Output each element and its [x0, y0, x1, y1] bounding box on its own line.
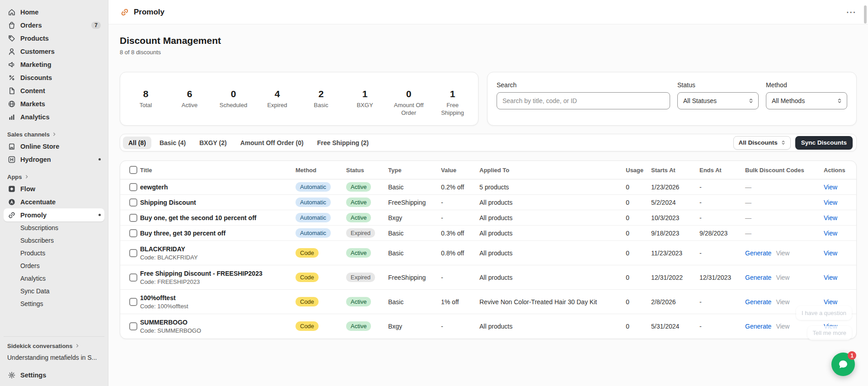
tab-amount-off-order[interactable]: Amount Off Order (0) [235, 137, 309, 149]
home-icon [7, 8, 16, 17]
sidebar-item-flow[interactable]: Flow [4, 182, 104, 195]
row-checkbox[interactable] [129, 229, 137, 237]
applied-to-cell: All products [479, 241, 626, 265]
column-header-type[interactable]: Type [388, 161, 441, 179]
scrollbar-thumb[interactable] [864, 5, 867, 24]
ends-at-cell: - [699, 179, 745, 195]
tabs-bar: All (8) Basic (4) BXGY (2) Amount Off Or… [120, 134, 857, 151]
tab-free-shipping[interactable]: Free Shipping (2) [312, 137, 374, 149]
chat-launcher-button[interactable]: 1 [831, 353, 855, 376]
chat-suggestion-question[interactable]: I have a question [796, 306, 852, 320]
more-menu-button[interactable]: ⋯ [846, 7, 856, 17]
type-cell: Basic [388, 241, 441, 265]
sidebar-item-content[interactable]: Content [4, 84, 104, 97]
nav-label: Online Store [20, 143, 59, 150]
generate-codes-link[interactable]: Generate [745, 274, 771, 281]
view-discount-link[interactable]: View [824, 230, 837, 237]
row-checkbox[interactable] [129, 273, 137, 282]
generate-codes-link[interactable]: Generate [745, 298, 771, 306]
select-all-checkbox[interactable] [129, 166, 137, 174]
marketing-icon [7, 60, 16, 69]
tab-all[interactable]: All (8) [123, 137, 151, 149]
sidebar-subitem-sync-data[interactable]: Sync Data [4, 285, 104, 297]
row-checkbox[interactable] [129, 249, 137, 257]
view-discount-link[interactable]: View [824, 298, 837, 306]
view-discount-link[interactable]: View [824, 214, 837, 221]
sidebar-footer: Settings [4, 364, 104, 381]
search-input[interactable] [497, 92, 670, 109]
sidebar-item-hydrogen[interactable]: Hydrogen [4, 153, 104, 166]
products-icon [7, 34, 16, 43]
sync-discounts-button[interactable]: Sync Discounts [795, 136, 853, 150]
sidebar-item-accentuate[interactable]: Accentuate [4, 195, 104, 208]
column-header-status[interactable]: Status [346, 161, 388, 179]
sales-channels-header[interactable]: Sales channels [4, 129, 104, 140]
column-header-applied-to[interactable]: Applied To [479, 161, 626, 179]
view-discount-link[interactable]: View [824, 184, 837, 191]
sidekick-conversation-item[interactable]: Understanding metafields in S... [4, 351, 104, 364]
sidebar-item-markets[interactable]: Markets [4, 97, 104, 110]
column-header-starts-at[interactable]: Starts At [651, 161, 699, 179]
sidebar-item-orders[interactable]: Orders 7 [4, 19, 104, 32]
method-badge: Automatic [296, 228, 331, 238]
view-discount-link[interactable]: View [824, 199, 837, 206]
sidebar-item-marketing[interactable]: Marketing [4, 58, 104, 71]
view-codes-link[interactable]: View [776, 298, 789, 306]
row-checkbox[interactable] [129, 298, 137, 306]
sidekick-conversations-header[interactable]: Sidekick conversations [4, 340, 104, 351]
discount-scope-dropdown[interactable]: All Discounts [733, 136, 790, 150]
view-codes-link[interactable]: View [776, 274, 789, 281]
row-checkbox[interactable] [129, 183, 137, 191]
view-codes-link[interactable]: View [776, 323, 789, 330]
bulk-codes-empty: — [745, 230, 751, 237]
sidebar-item-home[interactable]: Home [4, 5, 104, 19]
generate-codes-link[interactable]: Generate [745, 323, 771, 330]
sidebar-subitem-subscriptions[interactable]: Subscriptions [4, 221, 104, 234]
column-header-ends-at[interactable]: Ends At [699, 161, 745, 179]
method-label: Method [766, 81, 847, 89]
sidebar-item-products[interactable]: Products [4, 32, 104, 45]
tab-basic[interactable]: Basic (4) [154, 137, 191, 149]
content-icon [7, 86, 16, 95]
tab-bxgy[interactable]: BXGY (2) [194, 137, 232, 149]
nav-label: Home [20, 9, 38, 16]
nav-label: Marketing [20, 61, 52, 68]
method-badge: Automatic [296, 213, 331, 222]
sidebar-subitem-orders[interactable]: Orders [4, 259, 104, 272]
value-cell: 0.2% off [441, 179, 479, 195]
column-header-actions[interactable]: Actions [824, 161, 857, 179]
discount-title: Shipping Discount [140, 199, 292, 206]
sidebar-item-discounts[interactable]: Discounts [4, 71, 104, 84]
row-checkbox[interactable] [129, 198, 137, 207]
sidebar-item-online-store[interactable]: Online Store [4, 140, 104, 153]
chat-suggestion-more[interactable]: Tell me more [807, 326, 852, 340]
sidebar-item-analytics[interactable]: Analytics [4, 110, 104, 123]
method-select[interactable]: All Methods [766, 92, 847, 109]
view-discount-link[interactable]: View [824, 274, 837, 281]
sidebar-item-customers[interactable]: Customers [4, 45, 104, 58]
starts-at-cell: 2/8/2026 [651, 290, 699, 314]
generate-codes-link[interactable]: Generate [745, 249, 771, 257]
row-checkbox[interactable] [129, 214, 137, 222]
column-header-title[interactable]: Title [140, 161, 296, 179]
column-header-value[interactable]: Value [441, 161, 479, 179]
sidebar-item-settings[interactable]: Settings [4, 368, 104, 381]
column-header-bulk-discount-codes[interactable]: Bulk Discount Codes [745, 161, 824, 179]
sidebar-subitem-subscribers[interactable]: Subscribers [4, 234, 104, 247]
sidebar-subitem-analytics[interactable]: Analytics [4, 272, 104, 285]
view-discount-link[interactable]: View [824, 249, 837, 257]
status-select[interactable]: All Statuses [677, 92, 759, 109]
app-title: Promoly [134, 8, 164, 17]
page-content: Discount Management 8 of 8 discounts 8To… [108, 24, 868, 386]
row-checkbox[interactable] [129, 322, 137, 330]
column-header-usage[interactable]: Usage [626, 161, 651, 179]
sidebar-subitem-products[interactable]: Products [4, 247, 104, 259]
column-header-method[interactable]: Method [296, 161, 346, 179]
view-codes-link[interactable]: View [776, 249, 789, 257]
hydrogen-icon [7, 155, 16, 164]
sidebar-item-promoly[interactable]: Promoly [4, 208, 104, 221]
apps-header[interactable]: Apps [4, 171, 104, 182]
status-cell: Expired [346, 265, 388, 290]
customers-icon [7, 47, 16, 56]
sidebar-subitem-settings[interactable]: Settings [4, 297, 104, 310]
